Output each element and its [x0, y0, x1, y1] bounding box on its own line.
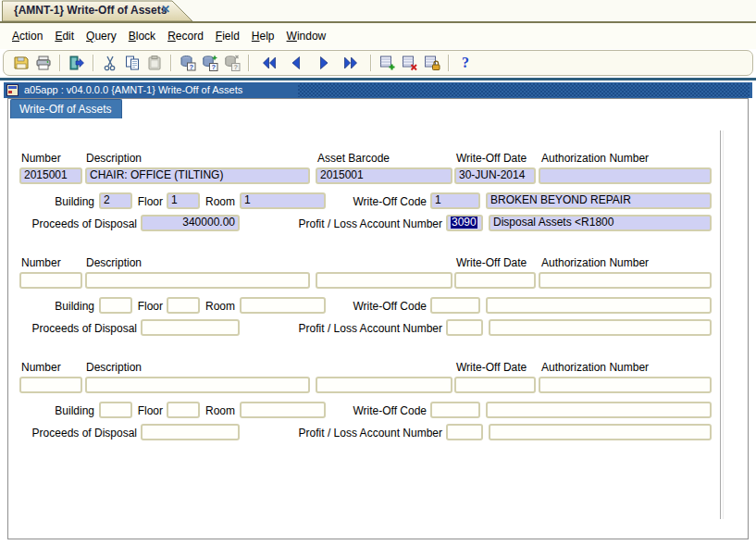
close-icon[interactable]: ✕: [161, 3, 170, 16]
write-off-date-label: Write-Off Date: [456, 361, 527, 374]
save-button[interactable]: [10, 52, 32, 74]
svg-text:?: ?: [211, 63, 216, 71]
number-field[interactable]: 2015001: [19, 167, 82, 184]
authorization-number-label: Authorization Number: [541, 256, 649, 269]
profit-loss-account-number-label: Profit / Loss Account Number: [254, 217, 442, 230]
floor-label: Floor: [101, 195, 163, 208]
paste-button[interactable]: [143, 52, 166, 74]
profit-loss-account-field[interactable]: 3090: [446, 215, 483, 231]
delete-record-button[interactable]: [399, 52, 421, 74]
form-canvas: Write-Off of Assets Number Description A…: [7, 98, 749, 539]
next-record-button[interactable]: [313, 52, 335, 74]
description-label: Description: [86, 256, 142, 269]
first-record-button[interactable]: [257, 52, 279, 74]
svg-text:?: ?: [233, 63, 238, 71]
profit-loss-account-number-label: Profit / Loss Account Number: [254, 322, 442, 335]
paste-icon: [145, 54, 164, 72]
tab-write-off-of-assets[interactable]: Write-Off of Assets: [10, 99, 122, 118]
proceeds-of-disposal-field[interactable]: [141, 424, 240, 440]
profit-loss-account-field[interactable]: [446, 319, 483, 336]
menu-item-field[interactable]: Field: [214, 29, 242, 43]
proceeds-of-disposal-field[interactable]: [141, 319, 240, 336]
last-record-icon: [342, 54, 361, 72]
toolbar-separator: [248, 55, 250, 71]
exit-button[interactable]: [66, 52, 88, 74]
write-off-code-field[interactable]: [430, 402, 480, 418]
number-field[interactable]: [19, 272, 82, 289]
menu-item-edit[interactable]: Edit: [53, 29, 76, 43]
description-field[interactable]: CHAIR: OFFICE (TILTING): [85, 167, 310, 184]
profit-loss-account-description-field[interactable]: [489, 319, 712, 336]
cancel-query-button[interactable]: ?: [221, 52, 243, 74]
write-off-code-description-field[interactable]: [486, 297, 712, 314]
toolbar-separator: [370, 55, 372, 71]
write-off-code-description-field[interactable]: BROKEN BEYOND REPAIR: [486, 192, 712, 209]
lock-record-button[interactable]: [421, 52, 443, 74]
previous-record-button[interactable]: [285, 52, 307, 74]
insert-record-button[interactable]: [377, 52, 399, 74]
building-label: Building: [27, 404, 94, 417]
room-label: Room: [166, 404, 235, 417]
authorization-number-field[interactable]: [539, 167, 712, 184]
asset-barcode-field[interactable]: 2015001: [316, 167, 452, 184]
print-icon: [34, 54, 53, 72]
description-field[interactable]: [85, 377, 310, 393]
window-tab[interactable]: {AMNT-1} Write-Off of Assets ✕: [2, 0, 194, 21]
menu-item-query[interactable]: Query: [84, 29, 118, 43]
building-label: Building: [27, 195, 94, 208]
cut-button[interactable]: [99, 52, 121, 74]
write-off-date-label: Write-Off Date: [456, 152, 527, 165]
svg-text:?: ?: [189, 63, 193, 71]
cancel-query-icon: ?: [223, 54, 242, 72]
copy-icon: [123, 54, 142, 72]
asset-barcode-field[interactable]: [316, 377, 452, 393]
write-off-code-label: Write-Off Code: [314, 195, 427, 208]
window-tab-title: {AMNT-1} Write-Off of Assets: [14, 4, 167, 17]
toolbar: ? ? ?: [0, 49, 756, 78]
authorization-number-field[interactable]: [539, 272, 712, 289]
help-button[interactable]: ?: [454, 52, 477, 74]
write-off-date-field[interactable]: 30-JUN-2014: [454, 167, 536, 184]
toolbar-divider: [0, 78, 756, 81]
toolbar-separator: [59, 55, 61, 71]
copy-button[interactable]: [121, 52, 143, 74]
help-icon: ?: [462, 55, 469, 71]
write-off-code-description-field[interactable]: [486, 402, 712, 418]
number-label: Number: [21, 256, 61, 269]
execute-query-button[interactable]: ?: [199, 52, 221, 74]
write-off-code-label: Write-Off Code: [314, 300, 427, 313]
authorization-number-field[interactable]: [539, 377, 712, 393]
menu-item-help[interactable]: Help: [250, 29, 277, 43]
titlebar-pattern: [298, 83, 750, 97]
menu-item-window[interactable]: Window: [285, 29, 328, 43]
building-label: Building: [27, 300, 94, 313]
menu-item-action[interactable]: Action: [10, 29, 44, 43]
save-icon: [12, 54, 31, 72]
profit-loss-account-field[interactable]: [446, 424, 483, 440]
previous-record-icon: [287, 54, 305, 72]
lock-record-icon: [423, 54, 441, 72]
profit-loss-account-description-field[interactable]: [489, 424, 712, 440]
toolbar-separator: [93, 55, 94, 71]
proceeds-of-disposal-field[interactable]: 340000.00: [141, 215, 240, 231]
description-field[interactable]: [85, 272, 310, 289]
number-field[interactable]: [19, 377, 82, 393]
write-off-date-field[interactable]: [454, 272, 536, 289]
write-off-date-field[interactable]: [454, 377, 536, 393]
asset-barcode-field[interactable]: [316, 272, 452, 289]
enter-query-button[interactable]: ?: [177, 52, 199, 74]
profit-loss-account-value: 3090: [451, 216, 477, 229]
write-off-code-field[interactable]: [430, 297, 480, 314]
mdi-titlebar[interactable]: a05app : v04.0.0.0 {AMNT-1} Write-Off of…: [4, 82, 752, 98]
first-record-icon: [259, 54, 278, 72]
proceeds-of-disposal-label: Proceeds of Disposal: [27, 322, 137, 335]
print-button[interactable]: [32, 52, 55, 74]
last-record-button[interactable]: [341, 52, 363, 74]
asset-record-block: Number Description Asset Barcode Write-O…: [8, 256, 730, 340]
profit-loss-account-description-field[interactable]: Disposal Assets <R1800: [489, 215, 712, 231]
menu-item-record[interactable]: Record: [166, 29, 205, 43]
write-off-code-field[interactable]: 1: [430, 192, 480, 209]
number-label: Number: [21, 152, 61, 165]
menu-item-block[interactable]: Block: [127, 29, 157, 43]
room-label: Room: [166, 300, 235, 313]
